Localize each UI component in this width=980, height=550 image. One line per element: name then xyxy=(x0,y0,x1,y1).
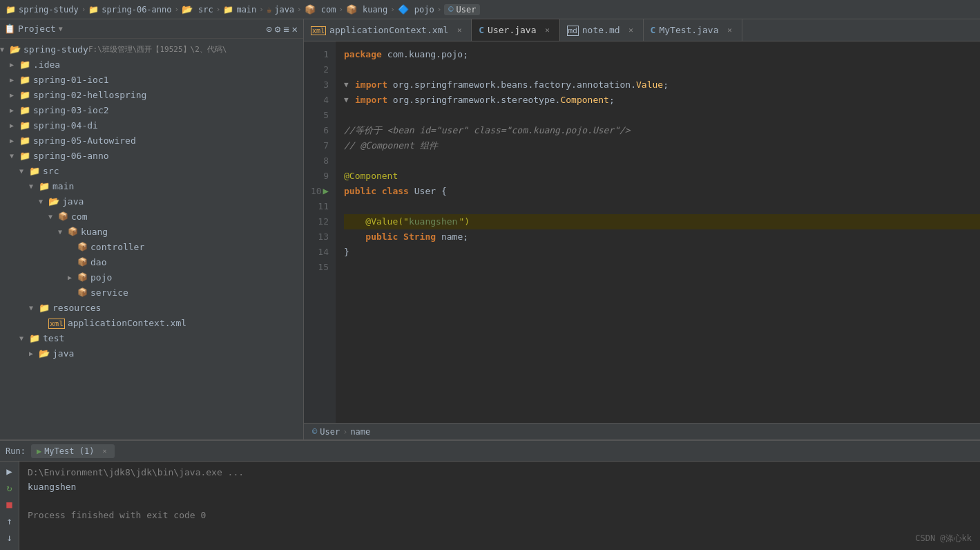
breadcrumb-user[interactable]: © User xyxy=(444,4,480,15)
breadcrumb-spring-study[interactable]: 📁 spring-study xyxy=(6,5,79,15)
output-line: kuangshen xyxy=(28,480,972,495)
java-tab-icon: C xyxy=(479,25,484,35)
stop-button[interactable]: ■ xyxy=(3,497,17,511)
line-number-3: 3 xyxy=(304,77,336,93)
tree-label: pojo xyxy=(90,272,112,283)
class-icon: © xyxy=(448,5,453,15)
output-line: Process finished with exit code 0 xyxy=(28,509,972,523)
package-icon: 📦 xyxy=(77,272,88,282)
tree-item-pojo[interactable]: 📦pojo xyxy=(0,269,303,285)
package-icon: 📦 xyxy=(305,4,316,15)
tree-item-resources[interactable]: 📁resources xyxy=(0,300,303,315)
tree-item-test[interactable]: 📁test xyxy=(0,330,303,345)
run-gutter-icon[interactable]: ▶ xyxy=(323,183,329,199)
tree-item-controller[interactable]: 📦controller xyxy=(0,239,303,254)
fold-icon[interactable]: ▼ xyxy=(344,77,352,93)
tab-note.md[interactable]: mdnote.md✕ xyxy=(560,19,644,41)
tab-MyTest.java[interactable]: CMyTest.java✕ xyxy=(644,19,742,41)
line-number-10: 10▶ xyxy=(304,184,336,199)
tree-label: spring-05-Autowired xyxy=(33,135,136,146)
tree-item-applicationContext.xml[interactable]: xmlapplicationContext.xml xyxy=(0,315,303,330)
hide-panel-icon[interactable]: ✕ xyxy=(291,22,299,36)
tab-close-applicationContext.xml[interactable]: ✕ xyxy=(454,26,464,35)
tree-item-main[interactable]: 📁main xyxy=(0,178,303,193)
dropdown-icon[interactable]: ▼ xyxy=(59,25,63,32)
tree-item-idea[interactable]: 📁.idea xyxy=(0,57,303,72)
breadcrumb-src[interactable]: 📂 src xyxy=(182,4,213,15)
package-leaf-icon: 📦 xyxy=(77,242,88,252)
code-content[interactable]: package com.kuang.pojo;▼import org.sprin… xyxy=(336,41,980,423)
breadcrumb-pojo[interactable]: 🔷 pojo xyxy=(398,4,434,15)
line-number-13: 13 xyxy=(304,229,336,245)
breadcrumb-java[interactable]: ☕ java xyxy=(267,5,294,15)
breadcrumb-com[interactable]: 📦 com xyxy=(305,4,336,15)
token: org.springframework.beans.factory.annota… xyxy=(393,77,636,93)
play-button[interactable]: ▶ xyxy=(3,464,17,478)
tab-close-MyTest.java[interactable]: ✕ xyxy=(725,26,735,35)
breadcrumb-spring-06-anno[interactable]: 📁 spring-06-anno xyxy=(88,5,171,15)
tree-label: java xyxy=(52,348,74,359)
tree-item-spring-04-di[interactable]: 📁spring-04-di xyxy=(0,117,303,133)
line-number-15: 15 xyxy=(304,260,336,275)
run-tab[interactable]: ▶ MyTest (1) ✕ xyxy=(31,444,115,458)
tree-item-spring-06-anno[interactable]: 📁spring-06-anno xyxy=(0,148,303,163)
tab-User.java[interactable]: CUser.java✕ xyxy=(472,19,559,41)
class-small-icon: © xyxy=(312,427,317,437)
tree-item-kuang[interactable]: 📦kuang xyxy=(0,224,303,239)
token: import xyxy=(355,93,393,108)
code-editor[interactable]: 12345678910▶1112131415 package com.kuang… xyxy=(304,41,980,423)
fold-icon[interactable]: ▼ xyxy=(344,93,352,108)
tree-item-com[interactable]: 📦com xyxy=(0,209,303,224)
tree-item-service[interactable]: 📦service xyxy=(0,285,303,300)
package-icon: 📦 xyxy=(68,227,78,236)
tree-item-java[interactable]: 📂java xyxy=(0,193,303,209)
collapse-icon[interactable]: ≡ xyxy=(282,22,290,36)
tree-item-spring-study[interactable]: 📂spring-study F:\班级管理\西开【19525】\2、代码\ xyxy=(0,41,303,57)
tab-bar: xmlapplicationContext.xml✕CUser.java✕mdn… xyxy=(304,19,980,41)
tree-item-spring-02-hellospring[interactable]: 📁spring-02-hellospring xyxy=(0,87,303,102)
package-icon: 📦 xyxy=(58,211,68,221)
tab-label: applicationContext.xml xyxy=(329,25,448,35)
code-line-14: } xyxy=(344,245,980,260)
bottom-panel: Run: ▶ MyTest (1) ✕ ▶ ↻ ■ ↑ ↓ D:\Environ… xyxy=(0,439,980,550)
java-tab-icon: C xyxy=(651,25,656,35)
tree-item-src[interactable]: 📁src xyxy=(0,163,303,178)
token: import xyxy=(355,77,393,93)
scroll-down-button[interactable]: ↓ xyxy=(3,531,17,544)
code-line-15 xyxy=(344,260,980,275)
token: org.springframework.stereotype. xyxy=(393,93,561,108)
tree-label: main xyxy=(52,181,74,191)
run-output: ▶ ↻ ■ ↑ ↓ D:\Environment\jdk8\jdk\bin\ja… xyxy=(0,462,980,550)
folder-icon: 📁 xyxy=(223,5,233,15)
tree-item-spring-01-ioc1[interactable]: 📁spring-01-ioc1 xyxy=(0,72,303,87)
token: com.kuang.pojo; xyxy=(387,47,468,62)
tree-item-spring-03-ioc2[interactable]: 📁spring-03-ioc2 xyxy=(0,102,303,117)
tree-label: com xyxy=(71,211,87,222)
tree-label: spring-03-ioc2 xyxy=(33,105,109,115)
rerun-button[interactable]: ↻ xyxy=(3,481,17,495)
tab-label: note.md xyxy=(582,25,620,35)
line-number-7: 7 xyxy=(304,138,336,153)
scroll-up-button[interactable]: ↑ xyxy=(3,514,17,528)
tab-close-note.md[interactable]: ✕ xyxy=(626,26,636,35)
breadcrumb-kuang[interactable]: 📦 kuang xyxy=(346,4,387,15)
code-line-2 xyxy=(344,62,980,77)
package-leaf-icon: 📦 xyxy=(77,257,88,267)
tab-close-User.java[interactable]: ✕ xyxy=(543,26,553,35)
run-tab-close[interactable]: ✕ xyxy=(99,446,109,456)
locate-icon[interactable]: ⊙ xyxy=(265,22,273,36)
line-number-5: 5 xyxy=(304,108,336,123)
settings-icon[interactable]: ⚙ xyxy=(273,22,282,36)
tree-item-dao[interactable]: 📦dao xyxy=(0,254,303,269)
breadcrumb-main[interactable]: 📁 main xyxy=(223,5,256,15)
code-line-4: ▼import org.springframework.stereotype.C… xyxy=(344,93,980,108)
folder-icon: 📁 xyxy=(88,5,99,15)
code-line-13: public String name; xyxy=(344,229,980,245)
token: } xyxy=(344,245,349,260)
tree-item-spring-05-Autowired[interactable]: 📁spring-05-Autowired xyxy=(0,133,303,148)
tab-applicationContext.xml[interactable]: xmlapplicationContext.xml✕ xyxy=(304,19,472,41)
tree-label: spring-02-hellospring xyxy=(33,90,146,100)
tree-item-java2[interactable]: 📂java xyxy=(0,345,303,361)
line-numbers: 12345678910▶1112131415 xyxy=(304,41,336,423)
code-line-1: package com.kuang.pojo; xyxy=(344,47,980,62)
